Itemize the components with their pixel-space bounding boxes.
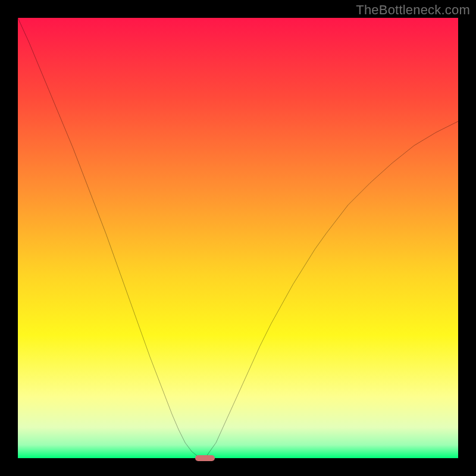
watermark-text: TheBottleneck.com: [356, 2, 470, 18]
chart-stage: TheBottleneck.com: [0, 0, 476, 476]
bottleneck-curve: [18, 18, 458, 458]
plot-area: [18, 18, 458, 458]
optimal-marker: [195, 455, 215, 461]
